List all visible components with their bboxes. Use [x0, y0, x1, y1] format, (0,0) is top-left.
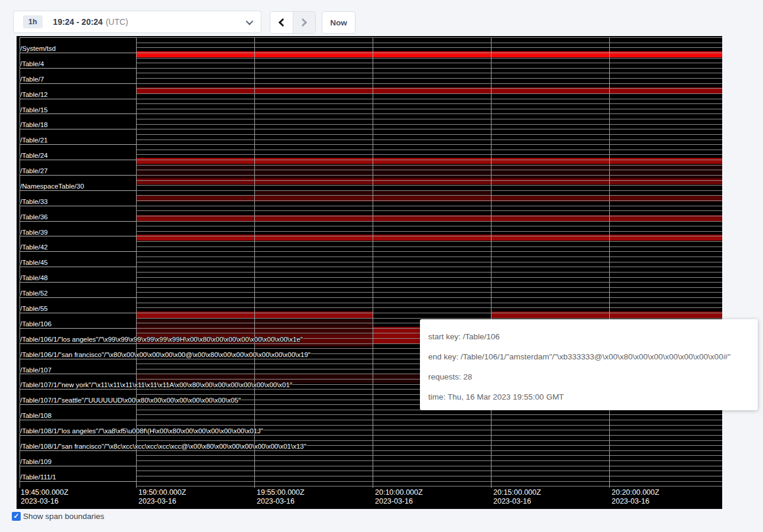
row-label: /Table/33 [20, 198, 48, 205]
footer: ✓ Show span boundaries [12, 512, 104, 521]
span-boundary-line [136, 99, 722, 99]
span-boundary-line [136, 58, 722, 59]
now-button[interactable]: Now [322, 11, 355, 34]
span-boundary-line [136, 165, 722, 166]
span-boundary-line [136, 78, 722, 79]
time-range-selector[interactable]: 1h 19:24 - 20:24 (UTC) [13, 11, 261, 33]
row-label: /Table/108 [20, 412, 51, 419]
row-label: /Table/39 [20, 229, 48, 236]
row-label: /Table/48 [20, 274, 48, 281]
row-label: /Table/52 [20, 290, 48, 297]
x-axis-tick: 20:10:00.000Z [375, 488, 423, 497]
span-boundary-line [136, 170, 722, 170]
duration-badge: 1h [23, 15, 43, 28]
span-boundary-line [136, 246, 722, 247]
span-boundary-line [136, 267, 722, 267]
heat-band [254, 343, 373, 346]
x-axis-date: 2023-03-16 [493, 497, 531, 506]
span-boundary-line [136, 236, 722, 236]
row-label: /Table/106/1/"san francisco"/"\x80\x00\x… [20, 351, 311, 358]
x-axis-tick: 19:55:00.000Z [257, 488, 305, 497]
row-label: /Table/12 [20, 91, 48, 98]
x-axis-date: 2023-03-16 [138, 497, 176, 506]
span-boundary-line [136, 481, 722, 482]
row-label: /Table/107/1/"new york"/"\x11\x11\x11\x1… [20, 381, 292, 388]
span-boundary-line [136, 476, 722, 476]
span-boundary-line [136, 88, 722, 89]
next-time-button[interactable] [293, 12, 315, 33]
span-boundary-line [136, 206, 722, 206]
span-boundary-line [136, 154, 722, 155]
span-boundary-line [136, 216, 722, 216]
span-boundary-line [136, 251, 722, 252]
hover-tooltip: start key: /Table/106 end key: /Table/10… [420, 319, 758, 410]
span-boundary-line [136, 455, 722, 456]
span-boundaries-label: Show span boundaries [23, 512, 104, 521]
span-boundary-line [136, 318, 722, 319]
key-visualizer-canvas[interactable]: 2023-03-1620:20:00.000Z2023-03-1620:15:0… [17, 36, 722, 509]
span-boundary-line [136, 190, 722, 191]
span-boundary-line [136, 200, 722, 201]
span-boundary-line [136, 440, 722, 441]
span-boundary-line [136, 134, 722, 135]
row-label: /System/tsd [20, 45, 56, 52]
span-boundary-line [136, 287, 722, 288]
span-boundary-line [136, 292, 722, 293]
span-boundary-line [136, 129, 722, 129]
span-boundary-line [136, 47, 722, 48]
span-boundary-line [136, 185, 722, 186]
row-label: /Table/107 [20, 366, 51, 374]
span-boundary-line [136, 53, 722, 53]
span-boundary-line [136, 460, 722, 461]
span-boundary-line [136, 226, 722, 226]
span-boundary-line [136, 93, 722, 94]
span-boundary-line [136, 180, 722, 181]
row-label: /Table/15 [20, 106, 48, 113]
span-boundary-line [136, 175, 722, 176]
row-label: /Table/45 [20, 259, 48, 266]
timezone-label: (UTC) [106, 17, 128, 27]
span-boundary-line [136, 450, 722, 451]
tooltip-requests: requests: 28 [428, 367, 749, 387]
span-boundary-line [136, 257, 722, 257]
prev-time-button[interactable] [270, 12, 293, 33]
span-boundary-line [136, 68, 722, 69]
heat-band [137, 164, 722, 179]
x-axis-date: 2023-03-16 [257, 497, 295, 506]
span-boundary-line [136, 124, 722, 125]
span-boundary-line [136, 63, 722, 63]
span-boundary-line [136, 262, 722, 262]
span-boundary-line [136, 277, 722, 278]
span-boundaries-checkbox[interactable]: ✓ [12, 512, 21, 521]
x-axis-date: 2023-03-16 [612, 497, 649, 506]
row-label: /Table/55 [20, 305, 48, 312]
row-label: /Table/21 [20, 137, 48, 144]
span-boundary-line [136, 195, 722, 196]
x-axis-tick: 20:15:00.000Z [493, 488, 541, 497]
chevron-right-icon [299, 18, 307, 27]
span-boundary-line [136, 231, 722, 232]
span-boundary-line [136, 221, 722, 222]
heat-band [137, 158, 722, 164]
span-boundary-line [136, 160, 722, 160]
row-label: /Table/24 [20, 152, 48, 159]
span-boundary-line [136, 210, 722, 211]
span-boundary-line [136, 297, 722, 298]
tooltip-end-key: end key: /Table/106/1/"amsterdam"/"\xb33… [428, 347, 749, 367]
span-boundary-line [136, 272, 722, 273]
tooltip-start-key: start key: /Table/106 [428, 327, 749, 347]
heat-band [373, 327, 423, 343]
span-boundary-line [136, 471, 722, 471]
span-boundary-line [136, 435, 722, 436]
x-axis-date: 2023-03-16 [375, 497, 413, 506]
span-boundary-line [136, 307, 722, 308]
row-label: /Table/36 [20, 213, 48, 220]
span-boundary-line [136, 103, 722, 104]
row-label: /Table/108/1/"san francisco"/"\x8c\xcc\x… [20, 443, 306, 450]
row-label: /Table/106 [20, 320, 51, 327]
toolbar: 1h 19:24 - 20:24 (UTC) Now [0, 0, 763, 36]
row-label: /Table/7 [20, 76, 44, 83]
x-axis-tick: 20:20:00.000Z [612, 488, 659, 497]
span-boundary-line [136, 43, 722, 43]
row-label: /Table/108/1/"los angeles"/"\xa8\xf5\u00… [20, 427, 263, 434]
